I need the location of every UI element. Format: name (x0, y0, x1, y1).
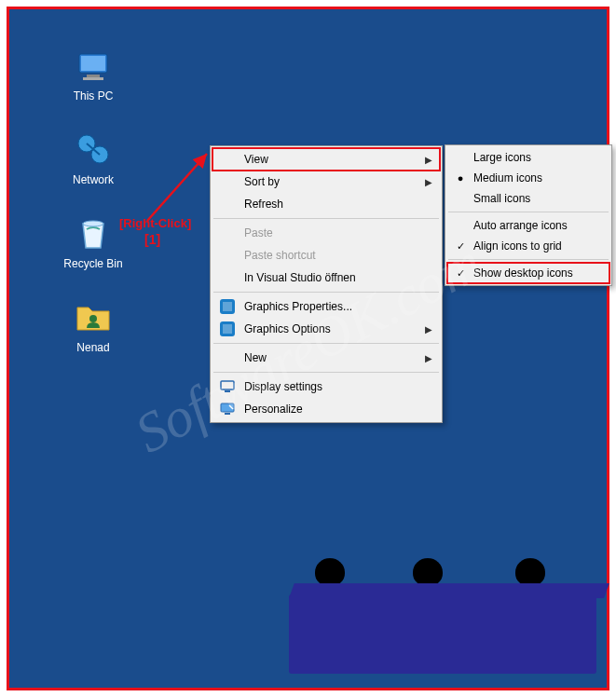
view-submenu: Large icons ● Medium icons Small icons A… (445, 144, 612, 286)
submenu-item-medium-icons[interactable]: ● Medium icons (447, 168, 609, 188)
submenu-label: Small icons (473, 192, 602, 205)
desktop-icon-this-pc[interactable]: This PC (56, 47, 130, 102)
svg-rect-1 (81, 56, 105, 71)
recycle-bin-icon (74, 214, 113, 253)
radio-mark-selected: ● (451, 172, 470, 184)
submenu-item-small-icons[interactable]: Small icons (447, 188, 609, 209)
submenu-item-large-icons[interactable]: Large icons (447, 147, 609, 168)
intel-icon (216, 298, 239, 315)
menu-separator (213, 372, 439, 373)
blank-icon (216, 349, 239, 366)
menu-label: Graphics Options (244, 322, 421, 335)
menu-separator (448, 212, 609, 212)
intel-icon (216, 321, 239, 337)
blank-icon (216, 247, 239, 264)
menu-separator (448, 259, 609, 260)
menu-item-visual-studio[interactable]: In Visual Studio öffnen (212, 266, 440, 289)
check-mark-checked: ✓ (451, 267, 470, 280)
blank-icon (216, 173, 239, 190)
menu-label: Sort by (244, 175, 421, 188)
judge-table (289, 594, 596, 674)
svg-rect-10 (223, 302, 232, 311)
menu-label: Paste (244, 226, 432, 239)
menu-label: View (244, 153, 421, 166)
menu-label: Graphics Properties... (244, 300, 432, 313)
menu-item-refresh[interactable]: Refresh (212, 193, 440, 215)
submenu-label: Large icons (473, 151, 602, 164)
menu-item-graphics-options[interactable]: Graphics Options ▶ (212, 318, 440, 340)
desktop-icon-label: Recycle Bin (63, 257, 122, 270)
svg-rect-12 (223, 324, 232, 334)
annotation-marker-1: [1] (144, 232, 160, 247)
svg-point-7 (89, 315, 97, 322)
blank-icon (216, 196, 239, 212)
desktop-icon-label: Nenad (76, 341, 109, 354)
check-mark-checked: ✓ (451, 240, 470, 253)
submenu-arrow-icon: ▶ (421, 353, 432, 363)
desktop-icon-network[interactable]: Network (56, 130, 130, 186)
menu-item-new[interactable]: New ▶ (212, 347, 440, 369)
menu-separator (213, 343, 439, 344)
menu-separator (213, 218, 439, 219)
svg-rect-2 (87, 75, 100, 77)
blank-icon (216, 269, 239, 286)
menu-label: In Visual Studio öffnen (244, 271, 432, 284)
submenu-label: Auto arrange icons (473, 219, 602, 232)
desktop-context-menu: View ▶ Sort by ▶ Refresh Paste Paste sho… (210, 145, 443, 423)
submenu-item-show-desktop-icons[interactable]: ✓ Show desktop icons (447, 263, 609, 283)
blank-icon (216, 151, 239, 168)
menu-label: New (244, 351, 421, 364)
menu-separator (213, 292, 439, 293)
submenu-label: Medium icons (473, 171, 602, 184)
svg-rect-3 (83, 77, 103, 80)
annotation-right-click: [Right-Click] (119, 216, 191, 230)
personalize-icon (216, 401, 239, 417)
judges-illustration: 8 7 9 (289, 511, 587, 674)
menu-item-paste-shortcut: Paste shortcut (212, 244, 440, 266)
svg-rect-13 (221, 381, 234, 390)
submenu-item-align-to-grid[interactable]: ✓ Align icons to grid (447, 236, 609, 256)
svg-rect-14 (225, 390, 230, 392)
menu-item-graphics-properties[interactable]: Graphics Properties... (212, 295, 440, 318)
menu-item-paste: Paste (212, 222, 440, 244)
menu-label: Display settings (244, 380, 432, 393)
submenu-arrow-icon: ▶ (421, 177, 432, 187)
computer-icon (74, 47, 113, 86)
svg-line-8 (147, 154, 207, 221)
desktop-icon-label: This PC (74, 89, 114, 102)
desktop-icon-user-folder[interactable]: Nenad (56, 298, 130, 354)
submenu-item-auto-arrange[interactable]: Auto arrange icons (447, 215, 609, 236)
menu-item-personalize[interactable]: Personalize (212, 398, 440, 420)
desktop[interactable]: This PC Network Recycle Bin (7, 7, 609, 690)
folder-user-icon (74, 298, 113, 337)
svg-point-6 (83, 221, 103, 226)
menu-item-view[interactable]: View ▶ (212, 148, 440, 171)
svg-rect-16 (225, 413, 230, 415)
menu-label: Personalize (244, 403, 432, 416)
menu-label: Paste shortcut (244, 249, 432, 262)
display-icon (216, 378, 239, 395)
submenu-arrow-icon: ▶ (421, 155, 432, 165)
submenu-label: Align icons to grid (473, 239, 602, 253)
blank-icon (216, 225, 239, 241)
menu-item-sort-by[interactable]: Sort by ▶ (212, 171, 440, 193)
desktop-icons-column: This PC Network Recycle Bin (56, 47, 130, 354)
menu-item-display-settings[interactable]: Display settings (212, 376, 440, 398)
submenu-arrow-icon: ▶ (421, 324, 432, 335)
submenu-label: Show desktop icons (473, 266, 602, 280)
network-icon (74, 130, 113, 170)
desktop-icon-label: Network (73, 173, 114, 186)
menu-label: Refresh (244, 198, 432, 211)
